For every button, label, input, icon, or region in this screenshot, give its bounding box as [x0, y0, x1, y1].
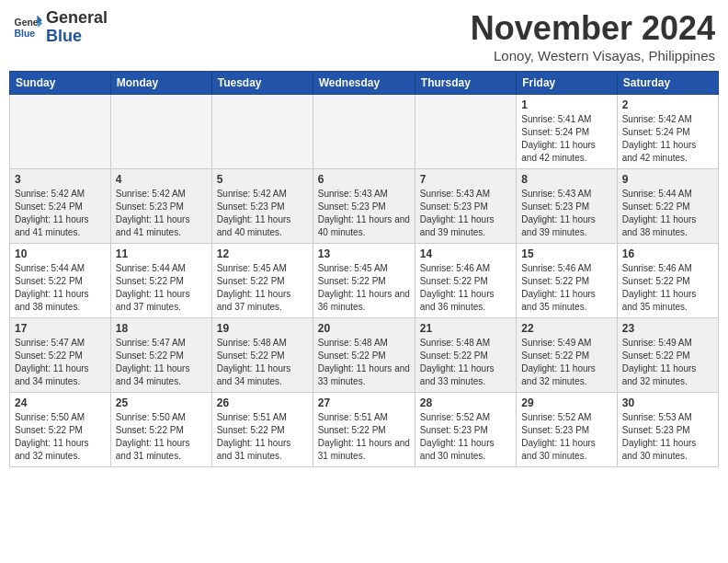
day-number: 25: [116, 396, 207, 409]
day-info: Sunrise: 5:50 AM Sunset: 5:22 PM Dayligh…: [15, 411, 106, 463]
day-info: Sunrise: 5:45 AM Sunset: 5:22 PM Dayligh…: [217, 262, 308, 314]
day-number: 11: [116, 247, 207, 260]
calendar-cell: 4Sunrise: 5:42 AM Sunset: 5:23 PM Daylig…: [110, 169, 211, 244]
day-number: 7: [420, 173, 511, 186]
calendar-cell: 21Sunrise: 5:48 AM Sunset: 5:22 PM Dayli…: [415, 318, 516, 393]
calendar-cell: 16Sunrise: 5:46 AM Sunset: 5:22 PM Dayli…: [617, 244, 718, 318]
calendar-cell: 1Sunrise: 5:41 AM Sunset: 5:24 PM Daylig…: [517, 95, 617, 169]
calendar-cell: 8Sunrise: 5:43 AM Sunset: 5:23 PM Daylig…: [517, 169, 617, 244]
calendar-cell: 17Sunrise: 5:47 AM Sunset: 5:22 PM Dayli…: [10, 318, 111, 393]
calendar-cell: 27Sunrise: 5:51 AM Sunset: 5:22 PM Dayli…: [313, 393, 415, 467]
day-number: 19: [217, 322, 308, 335]
day-info: Sunrise: 5:42 AM Sunset: 5:23 PM Dayligh…: [217, 188, 308, 239]
calendar-cell: 23Sunrise: 5:49 AM Sunset: 5:22 PM Dayli…: [617, 318, 718, 393]
calendar-cell: 30Sunrise: 5:53 AM Sunset: 5:23 PM Dayli…: [617, 393, 718, 467]
day-number: 17: [15, 322, 106, 335]
calendar-cell: [415, 95, 516, 169]
day-header-sunday: Sunday: [10, 72, 111, 95]
day-number: 13: [318, 247, 410, 260]
day-number: 10: [15, 247, 106, 260]
day-info: Sunrise: 5:46 AM Sunset: 5:22 PM Dayligh…: [521, 262, 611, 314]
logo-blue: Blue: [46, 28, 108, 46]
day-number: 8: [521, 173, 611, 186]
day-number: 30: [622, 396, 713, 409]
day-number: 27: [318, 396, 410, 409]
day-header-wednesday: Wednesday: [313, 72, 415, 95]
day-number: 2: [622, 98, 713, 111]
day-info: Sunrise: 5:47 AM Sunset: 5:22 PM Dayligh…: [116, 337, 207, 388]
month-title: November 2024: [471, 9, 715, 48]
calendar-cell: 25Sunrise: 5:50 AM Sunset: 5:22 PM Dayli…: [110, 393, 211, 467]
day-header-friday: Friday: [517, 72, 617, 95]
calendar-cell: 22Sunrise: 5:49 AM Sunset: 5:22 PM Dayli…: [517, 318, 617, 393]
calendar-week-row: 24Sunrise: 5:50 AM Sunset: 5:22 PM Dayli…: [10, 393, 719, 467]
calendar-week-row: 17Sunrise: 5:47 AM Sunset: 5:22 PM Dayli…: [10, 318, 719, 393]
day-number: 26: [217, 396, 308, 409]
day-info: Sunrise: 5:49 AM Sunset: 5:22 PM Dayligh…: [622, 337, 713, 388]
page-header: General Blue General Blue November 2024 …: [9, 9, 719, 63]
calendar-cell: 2Sunrise: 5:42 AM Sunset: 5:24 PM Daylig…: [617, 95, 718, 169]
day-header-monday: Monday: [110, 72, 211, 95]
day-number: 18: [116, 322, 207, 335]
location: Lonoy, Western Visayas, Philippines: [471, 48, 715, 63]
day-info: Sunrise: 5:53 AM Sunset: 5:23 PM Dayligh…: [622, 411, 713, 463]
calendar-cell: 7Sunrise: 5:43 AM Sunset: 5:23 PM Daylig…: [415, 169, 516, 244]
calendar-cell: 28Sunrise: 5:52 AM Sunset: 5:23 PM Dayli…: [415, 393, 516, 467]
day-number: 21: [420, 322, 511, 335]
calendar-week-row: 10Sunrise: 5:44 AM Sunset: 5:22 PM Dayli…: [10, 244, 719, 318]
logo-general: General: [46, 9, 108, 28]
calendar-cell: 26Sunrise: 5:51 AM Sunset: 5:22 PM Dayli…: [211, 393, 313, 467]
day-info: Sunrise: 5:43 AM Sunset: 5:23 PM Dayligh…: [521, 188, 611, 239]
day-number: 6: [318, 173, 410, 186]
day-info: Sunrise: 5:48 AM Sunset: 5:22 PM Dayligh…: [217, 337, 308, 388]
day-number: 4: [116, 173, 207, 186]
day-info: Sunrise: 5:51 AM Sunset: 5:22 PM Dayligh…: [318, 411, 410, 463]
calendar-cell: [110, 95, 211, 169]
day-number: 24: [15, 396, 106, 409]
day-number: 15: [521, 247, 611, 260]
day-info: Sunrise: 5:41 AM Sunset: 5:24 PM Dayligh…: [521, 113, 611, 165]
day-info: Sunrise: 5:47 AM Sunset: 5:22 PM Dayligh…: [15, 337, 106, 388]
day-header-thursday: Thursday: [415, 72, 516, 95]
day-number: 16: [622, 247, 713, 260]
calendar-cell: 14Sunrise: 5:46 AM Sunset: 5:22 PM Dayli…: [415, 244, 516, 318]
day-number: 28: [420, 396, 511, 409]
day-number: 9: [622, 173, 713, 186]
calendar-cell: [211, 95, 313, 169]
day-number: 29: [521, 396, 611, 409]
day-info: Sunrise: 5:42 AM Sunset: 5:24 PM Dayligh…: [622, 113, 713, 165]
title-block: November 2024 Lonoy, Western Visayas, Ph…: [471, 9, 715, 63]
day-info: Sunrise: 5:45 AM Sunset: 5:22 PM Dayligh…: [318, 262, 410, 314]
day-info: Sunrise: 5:49 AM Sunset: 5:22 PM Dayligh…: [521, 337, 611, 388]
calendar-cell: 13Sunrise: 5:45 AM Sunset: 5:22 PM Dayli…: [313, 244, 415, 318]
day-info: Sunrise: 5:43 AM Sunset: 5:23 PM Dayligh…: [420, 188, 511, 239]
day-info: Sunrise: 5:51 AM Sunset: 5:22 PM Dayligh…: [217, 411, 308, 463]
logo: General Blue General Blue: [13, 9, 108, 46]
calendar-cell: 11Sunrise: 5:44 AM Sunset: 5:22 PM Dayli…: [110, 244, 211, 318]
day-number: 20: [318, 322, 410, 335]
day-header-tuesday: Tuesday: [211, 72, 313, 95]
day-number: 23: [622, 322, 713, 335]
day-info: Sunrise: 5:50 AM Sunset: 5:22 PM Dayligh…: [116, 411, 207, 463]
calendar-cell: 5Sunrise: 5:42 AM Sunset: 5:23 PM Daylig…: [211, 169, 313, 244]
day-info: Sunrise: 5:44 AM Sunset: 5:22 PM Dayligh…: [15, 262, 106, 314]
calendar-cell: 3Sunrise: 5:42 AM Sunset: 5:24 PM Daylig…: [10, 169, 111, 244]
day-info: Sunrise: 5:44 AM Sunset: 5:22 PM Dayligh…: [116, 262, 207, 314]
calendar-cell: 12Sunrise: 5:45 AM Sunset: 5:22 PM Dayli…: [211, 244, 313, 318]
day-info: Sunrise: 5:52 AM Sunset: 5:23 PM Dayligh…: [420, 411, 511, 463]
calendar-cell: [10, 95, 111, 169]
day-info: Sunrise: 5:42 AM Sunset: 5:24 PM Dayligh…: [15, 188, 106, 239]
calendar-table: SundayMondayTuesdayWednesdayThursdayFrid…: [9, 71, 719, 467]
calendar-cell: 9Sunrise: 5:44 AM Sunset: 5:22 PM Daylig…: [617, 169, 718, 244]
day-number: 14: [420, 247, 511, 260]
calendar-cell: 29Sunrise: 5:52 AM Sunset: 5:23 PM Dayli…: [517, 393, 617, 467]
day-info: Sunrise: 5:46 AM Sunset: 5:22 PM Dayligh…: [420, 262, 511, 314]
calendar-cell: 18Sunrise: 5:47 AM Sunset: 5:22 PM Dayli…: [110, 318, 211, 393]
svg-text:Blue: Blue: [15, 28, 36, 38]
day-number: 22: [521, 322, 611, 335]
calendar-cell: 15Sunrise: 5:46 AM Sunset: 5:22 PM Dayli…: [517, 244, 617, 318]
calendar-cell: 6Sunrise: 5:43 AM Sunset: 5:23 PM Daylig…: [313, 169, 415, 244]
day-info: Sunrise: 5:42 AM Sunset: 5:23 PM Dayligh…: [116, 188, 207, 239]
day-info: Sunrise: 5:48 AM Sunset: 5:22 PM Dayligh…: [318, 337, 410, 388]
day-header-saturday: Saturday: [617, 72, 718, 95]
